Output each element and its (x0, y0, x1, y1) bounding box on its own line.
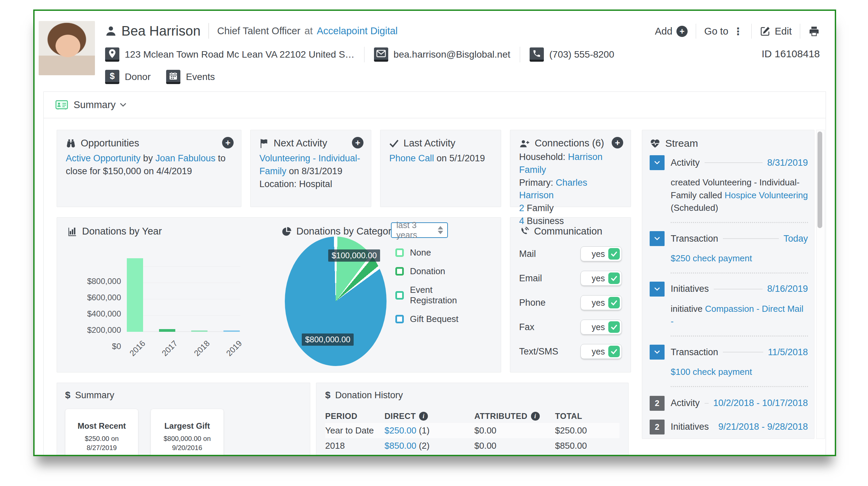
print-button[interactable] (808, 26, 820, 37)
avatar (39, 21, 95, 75)
y-axis-tick: $800,000 (67, 277, 121, 286)
inline-text: Year to Date (325, 425, 374, 436)
comm-row: Phoneyes (519, 295, 622, 310)
inline-link[interactable]: $850.00 (384, 441, 416, 451)
leader-line (723, 238, 779, 239)
goto-button[interactable]: Go to ⋮ (704, 25, 743, 37)
add-button[interactable]: Add + (655, 26, 688, 37)
user-icon (105, 25, 117, 37)
dollar-sign-icon: $ (325, 390, 331, 401)
table-cell: $0.00 (474, 423, 555, 438)
bar-chart-icon (67, 226, 77, 237)
inline-link[interactable]: $100 check payment (671, 367, 752, 377)
x-axis-tick: 2019 (224, 339, 244, 358)
summary-tile: Most Recent$250.00 on 8/27/2019 (65, 409, 138, 456)
donation-history-card: $ Donation History PERIODDIRECTiATTRIBUT… (316, 383, 629, 456)
comm-row: Mailyes (519, 246, 622, 261)
stream-count-badge: 2 (650, 420, 665, 434)
inline-text: (1) (416, 425, 430, 436)
divider (800, 24, 800, 39)
inline-link[interactable]: $250 check payment (671, 253, 752, 263)
email-link[interactable]: bea.harrison@Bisglobal.net (394, 49, 510, 60)
inline-link[interactable]: 4 (519, 216, 524, 226)
inline-text: (2) (416, 441, 430, 451)
connections-title: Connections (6) (535, 138, 604, 149)
comm-label: Phone (519, 298, 546, 308)
legend-label: Donation (410, 266, 445, 277)
stream-scrollbar[interactable] (816, 130, 825, 439)
mail-toggle[interactable]: yes (580, 246, 622, 261)
stream-item-type: Initiatives (671, 422, 709, 432)
tab-summary[interactable]: Summary (44, 92, 826, 118)
inline-link[interactable]: 2 (519, 203, 524, 213)
stream-collapse-button[interactable] (650, 282, 665, 297)
bar-2019 (223, 330, 240, 332)
pie-range-select[interactable]: last 3 years (391, 222, 448, 238)
inline-text: 2018 (325, 441, 345, 451)
divider (696, 24, 696, 39)
stream-collapse-button[interactable] (650, 155, 665, 170)
pie-legend: NoneDonationEvent RegistrationGift Beque… (395, 247, 470, 332)
tile-title: Most Recent (69, 421, 135, 431)
gridline (127, 315, 240, 316)
stream-item-date[interactable]: 8/16/2019 (767, 284, 808, 294)
id-card-icon (55, 100, 68, 110)
inline-link[interactable]: Active Opportunity (66, 153, 141, 163)
y-axis-tick: $200,000 (67, 325, 121, 335)
edit-button[interactable]: Edit (760, 26, 792, 37)
legend-marker-icon (395, 267, 404, 276)
check-icon (389, 139, 399, 148)
text-sms-toggle[interactable]: yes (580, 344, 622, 359)
scrollbar-thumb[interactable] (817, 131, 822, 228)
info-icon[interactable]: i (531, 412, 540, 421)
check-icon (608, 272, 620, 284)
stream-item-type: Transaction (671, 234, 718, 244)
table-cell: $0.00 (474, 438, 555, 453)
donor-badge-label: Donor (125, 72, 151, 82)
stream-title: Stream (665, 138, 698, 149)
company-link[interactable]: Accelapoint Digital (317, 25, 398, 37)
add-activity-button[interactable]: + (352, 137, 363, 148)
inline-text: by (141, 153, 156, 163)
y-axis-tick: $0 (67, 342, 121, 351)
phone-toggle[interactable]: yes (580, 295, 622, 310)
inline-link[interactable]: $250.00 (384, 425, 416, 436)
fax-toggle[interactable]: yes (580, 320, 622, 335)
binoculars-icon (66, 138, 76, 148)
pie-slice-label: $100,000.00 (328, 249, 380, 262)
check-icon (608, 346, 620, 357)
pie-chart-icon (281, 226, 292, 237)
connections-body: Household: Harrison FamilyPrimary: Charl… (519, 151, 622, 228)
stream-count-badge: 2 (650, 396, 665, 411)
dollar-sign-icon: $ (65, 390, 71, 401)
stream-item-body: $100 check payment (671, 366, 808, 379)
stream-item-date[interactable]: 8/31/2019 (767, 158, 808, 168)
profile-header: Bea Harrison Chief Talent Officer at Acc… (35, 11, 835, 84)
inline-text: Business (524, 216, 564, 226)
add-opportunity-button[interactable]: + (222, 137, 234, 148)
legend-label: None (410, 247, 431, 258)
flag-icon (259, 138, 269, 148)
y-axis-tick: $400,000 (67, 309, 121, 319)
info-icon[interactable]: i (419, 412, 428, 421)
envelope-icon (374, 47, 388, 62)
inline-link[interactable]: Joan Fabulous (155, 153, 215, 163)
comm-label: Mail (519, 249, 536, 259)
stream-item: 2Activity10/2/2018 - 10/17/2018 (650, 396, 808, 411)
phone-volume-icon (519, 226, 529, 237)
inline-link[interactable]: Hospice Volunteering (725, 190, 808, 200)
inline-link[interactable]: Phone Call (389, 153, 434, 163)
add-connection-button[interactable]: + (612, 137, 623, 148)
stream-item-date[interactable]: 9/21/2018 - 9/28/2018 (718, 422, 808, 432)
gridline (127, 283, 240, 283)
stream-item-date[interactable]: 10/2/2018 - 10/17/2018 (713, 398, 808, 408)
donation-history-title: Donation History (335, 390, 403, 401)
stream-collapse-button[interactable] (650, 345, 665, 360)
stream-collapse-button[interactable] (650, 231, 665, 246)
stepper-icon (438, 226, 443, 234)
email-toggle[interactable]: yes (580, 271, 622, 286)
table-header: PERIOD (325, 409, 384, 423)
stream-item-date[interactable]: Today (784, 234, 808, 244)
stream-item-date[interactable]: 11/5/2018 (768, 347, 808, 358)
x-axis-tick: 2017 (160, 339, 179, 358)
